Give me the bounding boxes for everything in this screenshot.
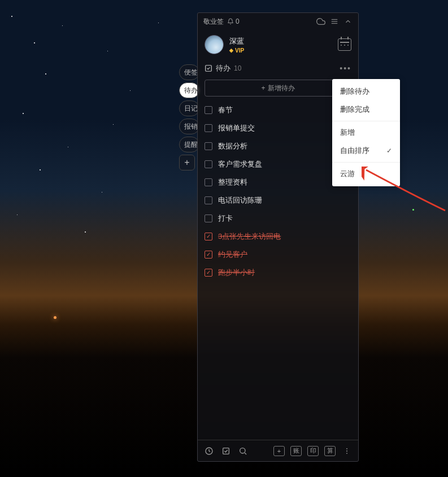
- vip-badge: ◆ VIP: [229, 47, 244, 54]
- todo-label: 报销单提交: [218, 123, 255, 133]
- username: 深蓝: [229, 36, 244, 46]
- checkbox[interactable]: [205, 160, 212, 168]
- svg-point-8: [346, 448, 347, 449]
- category-tab-notes[interactable]: 便签: [179, 64, 199, 80]
- section-title: 待办: [216, 63, 230, 73]
- notification-count: 0: [236, 17, 240, 25]
- print-button[interactable]: 印: [307, 446, 319, 456]
- svg-point-9: [346, 450, 347, 452]
- todo-label: 打卡: [218, 213, 233, 224]
- todo-label: 春节: [218, 105, 233, 115]
- svg-rect-3: [206, 65, 212, 72]
- menu-separator: [332, 162, 400, 163]
- checkbox[interactable]: [205, 269, 212, 277]
- checkbox[interactable]: [205, 106, 212, 114]
- todo-item[interactable]: 春节: [205, 101, 351, 119]
- todo-item[interactable]: 报销单提交: [205, 119, 351, 137]
- todo-label: 跑步半小时: [218, 268, 255, 278]
- category-tab-expense[interactable]: 报销: [179, 119, 199, 134]
- todo-item[interactable]: 打卡: [205, 209, 351, 227]
- notification-bell[interactable]: 0: [227, 17, 240, 25]
- context-menu: 删除待办 删除完成 新增 自由排序 ✓ 云游: [332, 79, 400, 186]
- category-add[interactable]: +: [179, 155, 195, 170]
- cloud-sync-icon[interactable]: [316, 17, 325, 26]
- bell-icon: [227, 18, 234, 25]
- app-title: 敬业签: [203, 17, 224, 27]
- todo-label: 约见客户: [218, 250, 247, 260]
- section-count: 10: [234, 64, 241, 72]
- todo-label: 电话回访陈珊: [218, 195, 262, 205]
- avatar[interactable]: [205, 35, 224, 54]
- more-button[interactable]: •••: [340, 64, 351, 73]
- category-tab-todo[interactable]: 待办: [179, 82, 199, 98]
- section-header: 待办 10 •••: [198, 59, 358, 77]
- todo-item[interactable]: 整理资料: [205, 173, 351, 191]
- svg-point-6: [240, 448, 245, 453]
- category-tab-reminder[interactable]: 提醒: [179, 137, 199, 152]
- category-tabs: 便签 待办 日记 报销 提醒 +: [179, 64, 199, 170]
- checkbox[interactable]: [205, 142, 212, 150]
- done-list-icon[interactable]: [220, 445, 232, 457]
- checklist-icon: [205, 64, 212, 72]
- titlebar: 敬业签 0: [198, 13, 358, 30]
- add-todo-button[interactable]: + 新增待办: [205, 80, 351, 97]
- menu-separator: [332, 121, 400, 121]
- collapse-icon[interactable]: [343, 17, 353, 26]
- plus-icon: +: [261, 84, 265, 92]
- todo-item[interactable]: 约见客户: [205, 246, 351, 264]
- todo-label: 3点张先生来访回电: [218, 231, 281, 242]
- clock-icon[interactable]: [203, 445, 215, 457]
- calc-button[interactable]: 算: [324, 446, 336, 456]
- more-vertical-icon[interactable]: [341, 445, 353, 457]
- todo-label: 数据分析: [218, 141, 247, 151]
- menu-add-new[interactable]: 新增: [332, 124, 400, 142]
- todo-item[interactable]: 电话回访陈珊: [205, 191, 351, 209]
- category-tab-diary[interactable]: 日记: [179, 100, 199, 116]
- todo-item[interactable]: 3点张先生来访回电: [205, 227, 351, 246]
- svg-point-10: [346, 453, 347, 454]
- menu-delete-todo[interactable]: 删除待办: [332, 82, 400, 100]
- checkbox[interactable]: [205, 178, 212, 186]
- todo-item[interactable]: 数据分析: [205, 137, 351, 155]
- checkbox[interactable]: [205, 251, 212, 259]
- menu-icon[interactable]: [330, 17, 339, 26]
- profile-row: 深蓝 ◆ VIP: [198, 30, 358, 59]
- todo-item[interactable]: 跑步半小时: [205, 264, 351, 282]
- checkbox[interactable]: [205, 124, 212, 132]
- svg-line-7: [245, 453, 246, 454]
- search-icon[interactable]: [237, 445, 249, 457]
- menu-cloud-tour[interactable]: 云游: [332, 165, 400, 183]
- menu-delete-done[interactable]: 删除完成: [332, 100, 400, 119]
- account-button[interactable]: 账: [290, 446, 302, 456]
- checkbox[interactable]: [205, 233, 212, 240]
- add-box-icon[interactable]: +: [273, 446, 285, 456]
- svg-rect-5: [223, 448, 229, 454]
- todo-label: 客户需求复盘: [218, 159, 262, 169]
- checkbox[interactable]: [205, 215, 212, 222]
- calendar-button[interactable]: [338, 38, 351, 51]
- todo-item[interactable]: 客户需求复盘: [205, 155, 351, 173]
- menu-free-sort[interactable]: 自由排序 ✓: [332, 142, 400, 160]
- check-icon: ✓: [386, 147, 392, 155]
- diamond-icon: ◆: [229, 47, 233, 53]
- bottombar: + 账 印 算: [198, 440, 358, 461]
- checkbox[interactable]: [205, 196, 212, 204]
- todo-label: 整理资料: [218, 177, 247, 187]
